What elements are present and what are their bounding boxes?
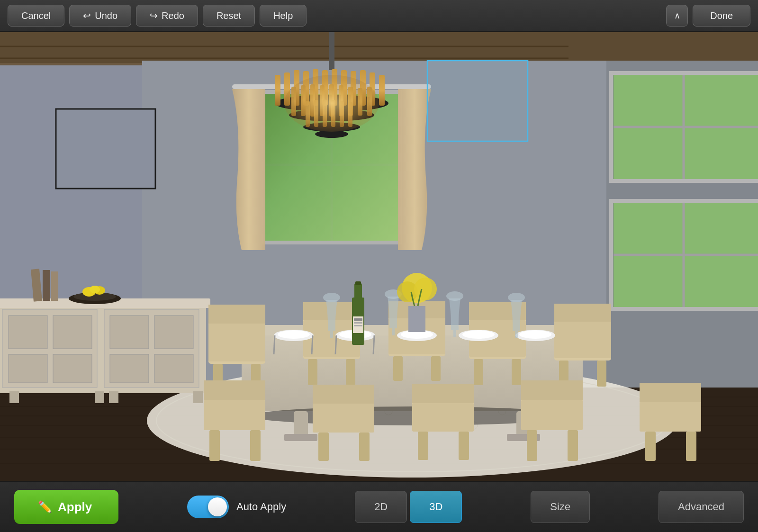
svg-point-161 (401, 330, 433, 339)
advanced-button[interactable]: Advanced (659, 491, 744, 523)
bottom-toolbar: ✏️ Apply Auto Apply 2D 3D Size Advanced (0, 481, 758, 532)
apply-icon: ✏️ (38, 500, 52, 514)
svg-rect-87 (9, 391, 19, 403)
svg-rect-137 (313, 385, 374, 404)
svg-rect-135 (204, 400, 265, 430)
svg-rect-114 (346, 359, 355, 385)
svg-point-162 (459, 330, 498, 341)
svg-point-183 (397, 281, 418, 302)
svg-point-94 (69, 293, 121, 304)
svg-point-166 (323, 293, 340, 302)
svg-point-46 (289, 109, 374, 121)
cancel-button[interactable]: Cancel (8, 5, 64, 27)
svg-rect-122 (469, 302, 526, 320)
svg-rect-109 (251, 364, 261, 392)
svg-point-97 (94, 286, 105, 295)
auto-apply-label: Auto Apply (236, 501, 286, 513)
done-button[interactable]: Done (693, 5, 750, 27)
svg-point-18 (156, 370, 668, 472)
svg-rect-54 (358, 88, 362, 116)
svg-rect-144 (459, 432, 469, 460)
svg-rect-141 (412, 387, 474, 432)
svg-point-96 (82, 287, 96, 297)
svg-point-157 (278, 330, 310, 339)
svg-rect-53 (348, 87, 353, 116)
reset-button[interactable]: Reset (203, 5, 255, 27)
svg-rect-32 (329, 32, 334, 70)
help-button[interactable]: Help (260, 5, 307, 27)
svg-rect-147 (521, 380, 583, 400)
svg-rect-90 (193, 391, 203, 403)
svg-rect-70 (611, 201, 758, 309)
svg-rect-106 (208, 307, 265, 364)
svg-rect-110 (208, 324, 265, 361)
apply-label: Apply (58, 500, 92, 514)
view-3d-button[interactable]: 3D (410, 491, 462, 523)
svg-rect-91 (31, 269, 42, 301)
svg-rect-74 (427, 61, 528, 141)
svg-rect-118 (393, 356, 403, 381)
svg-rect-61 (340, 101, 344, 127)
svg-rect-47 (291, 87, 296, 116)
svg-rect-155 (640, 402, 701, 432)
svg-rect-38 (313, 69, 318, 106)
svg-rect-44 (370, 72, 375, 106)
undo-button[interactable]: ↩ Undo (69, 5, 131, 27)
svg-rect-26 (265, 94, 398, 241)
view-3d-label: 3D (429, 501, 442, 513)
svg-rect-132 (204, 380, 265, 400)
svg-rect-39 (322, 70, 328, 106)
apply-button[interactable]: ✏️ Apply (14, 490, 118, 524)
view-2d-button[interactable]: 2D (355, 491, 407, 523)
svg-rect-119 (431, 356, 441, 381)
svg-rect-84 (154, 316, 193, 349)
svg-rect-102 (294, 411, 308, 440)
size-button[interactable]: Size (531, 491, 590, 523)
svg-rect-116 (388, 303, 445, 356)
chevron-up-button[interactable]: ∧ (666, 5, 688, 27)
svg-rect-128 (559, 361, 568, 387)
svg-rect-59 (323, 99, 327, 127)
svg-rect-112 (303, 302, 360, 320)
scene-area[interactable] (0, 32, 758, 481)
svg-rect-78 (104, 309, 199, 388)
svg-rect-36 (294, 70, 299, 106)
svg-point-22 (413, 422, 421, 429)
svg-rect-151 (640, 385, 701, 432)
svg-rect-176 (355, 281, 361, 285)
svg-rect-174 (352, 298, 364, 345)
svg-rect-35 (284, 72, 290, 106)
svg-point-33 (275, 95, 388, 112)
svg-marker-7 (142, 61, 616, 392)
auto-apply-toggle[interactable] (187, 496, 229, 518)
svg-point-63 (315, 130, 348, 138)
svg-point-156 (274, 330, 314, 341)
svg-rect-126 (554, 306, 611, 361)
redo-button[interactable]: ↪ Redo (136, 5, 198, 27)
chevron-up-icon: ∧ (674, 10, 680, 21)
svg-rect-65 (614, 75, 758, 179)
svg-rect-45 (379, 75, 385, 106)
svg-rect-2 (0, 32, 758, 70)
svg-marker-6 (0, 65, 213, 411)
svg-rect-125 (469, 320, 526, 357)
svg-rect-139 (359, 433, 370, 461)
svg-point-98 (90, 286, 100, 293)
svg-rect-145 (412, 403, 474, 432)
svg-rect-75 (0, 303, 206, 393)
svg-rect-169 (392, 328, 395, 335)
svg-rect-108 (213, 364, 223, 392)
svg-rect-146 (521, 383, 583, 430)
svg-rect-3 (0, 32, 758, 63)
svg-rect-48 (301, 85, 306, 116)
svg-rect-154 (686, 432, 696, 461)
svg-marker-9 (0, 388, 758, 481)
svg-rect-171 (453, 330, 456, 337)
svg-rect-50 (320, 85, 325, 116)
svg-rect-79 (9, 316, 47, 349)
svg-rect-82 (53, 354, 92, 383)
done-label: Done (710, 10, 733, 21)
svg-rect-123 (474, 359, 483, 385)
svg-rect-173 (515, 331, 518, 338)
undo-label: Undo (95, 10, 117, 21)
